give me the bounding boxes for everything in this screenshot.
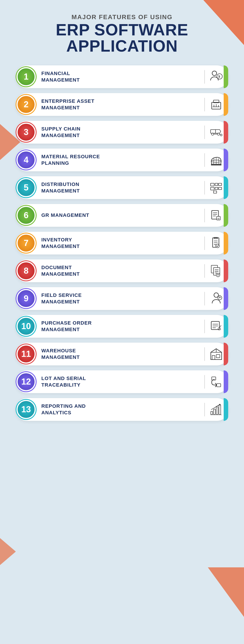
svg-rect-22 — [215, 183, 218, 186]
divider-7 — [204, 236, 205, 250]
icon-area-3 — [206, 124, 226, 141]
divider-4 — [204, 153, 205, 167]
list-item: 2 ENTERPRISE ASSETMANAGEMENT — [16, 93, 228, 116]
color-bar-8 — [224, 260, 228, 282]
icon-area-12 — [206, 373, 226, 390]
list-item: 3 SUPPLY CHAINMANAGEMENT — [16, 121, 228, 144]
svg-point-13 — [220, 134, 222, 136]
svg-rect-65 — [216, 407, 218, 414]
svg-rect-26 — [218, 187, 222, 190]
color-bar-2 — [224, 93, 228, 116]
item-label-5: DISTRIBUTIONMANAGEMENT — [37, 181, 203, 194]
item-label-1: FINANCIALMANAGEMENT — [37, 70, 203, 83]
list-item: 7 INVENTORYMANAGEMENT — [16, 232, 228, 254]
item-label-13: REPORTING ANDANALYTICS — [37, 403, 203, 416]
svg-point-40 — [216, 244, 219, 248]
svg-rect-58 — [212, 356, 215, 360]
list-item: 13 REPORTING ANDANALYTICS — [16, 398, 228, 421]
page-header: MAJOR FEATURES OF USING ERP SOFTWARE APP… — [16, 14, 228, 54]
icon-area-2 — [206, 96, 226, 113]
reporting-icon — [209, 403, 223, 416]
list-item: 6 GR MANAGEMENT — [16, 204, 228, 227]
icon-area-7 — [206, 235, 226, 252]
svg-point-47 — [214, 293, 218, 297]
svg-rect-61 — [217, 384, 221, 387]
number-circle-11: 11 — [17, 344, 36, 364]
list-item: 10 PURCHASE ORDERMANAGEMENT — [16, 315, 228, 338]
color-bar-3 — [224, 121, 228, 144]
header-subtitle: MAJOR FEATURES OF USING — [16, 14, 228, 21]
svg-line-17 — [213, 158, 214, 164]
svg-rect-27 — [213, 191, 217, 193]
color-bar-9 — [224, 287, 228, 310]
icon-area-6 — [206, 207, 226, 224]
main-container: MAJOR FEATURES OF USING ERP SOFTWARE APP… — [0, 0, 244, 439]
number-circle-9: 9 — [17, 289, 36, 308]
divider-6 — [204, 209, 205, 222]
item-label-6: GR MANAGEMENT — [37, 212, 203, 219]
number-circle-13: 13 — [17, 400, 36, 419]
enterprise-asset-icon — [209, 98, 223, 111]
icon-area-4 — [206, 152, 226, 168]
icon-area-9 — [206, 290, 226, 307]
item-label-7: INVENTORYMANAGEMENT — [37, 237, 203, 250]
item-label-11: WAREHOUSEMANAGEMENT — [37, 348, 203, 360]
icon-area-5 — [206, 179, 226, 196]
divider-11 — [204, 347, 205, 361]
field-service-icon — [209, 292, 223, 306]
number-circle-5: 5 — [17, 178, 36, 197]
svg-rect-24 — [211, 187, 214, 190]
list-item: 12 LOT AND SERIALTRACEABILITY — [16, 370, 228, 393]
number-circle-12: 12 — [17, 372, 36, 391]
bg-triangle-left2 — [0, 538, 16, 565]
item-label-9: FIELD SERVICEMANAGEMENT — [37, 292, 203, 305]
divider-8 — [204, 264, 205, 278]
svg-rect-64 — [213, 409, 215, 414]
document-icon — [209, 264, 223, 278]
supply-chain-icon — [209, 126, 223, 139]
svg-point-49 — [219, 297, 220, 298]
color-bar-10 — [224, 315, 228, 338]
list-item: 11 WAREHOUSEMANAGEMENT — [16, 343, 228, 366]
item-label-3: SUPPLY CHAINMANAGEMENT — [37, 126, 203, 139]
divider-12 — [204, 375, 205, 388]
color-bar-4 — [224, 148, 228, 171]
svg-rect-25 — [215, 187, 218, 190]
divider-10 — [204, 320, 205, 333]
number-circle-1: 1 — [17, 67, 36, 86]
warehouse-icon — [209, 347, 223, 361]
icon-area-1: $ — [206, 68, 226, 85]
svg-rect-68 — [210, 414, 222, 415]
item-label-4: MATERIAL RESOURCEPLANNING — [37, 154, 203, 166]
svg-point-0 — [212, 71, 217, 76]
number-circle-3: 3 — [17, 122, 36, 142]
number-circle-7: 7 — [17, 234, 36, 253]
divider-5 — [204, 181, 205, 194]
purchase-order-icon — [209, 320, 223, 333]
svg-rect-66 — [219, 405, 221, 414]
number-circle-10: 10 — [17, 317, 36, 336]
gr-management-icon — [209, 209, 223, 222]
icon-area-8 — [206, 262, 226, 279]
header-title: ERP SOFTWARE APPLICATION — [16, 22, 228, 54]
svg-rect-63 — [211, 412, 213, 414]
svg-marker-10 — [215, 130, 221, 133]
divider-2 — [204, 98, 205, 111]
financial-icon: $ — [209, 70, 223, 84]
number-circle-4: 4 — [17, 150, 36, 170]
list-item: 9 FIELD SERVICEMANAGEMENT — [16, 287, 228, 310]
number-circle-2: 2 — [17, 95, 36, 114]
svg-rect-59 — [216, 354, 220, 358]
lot-serial-icon — [209, 375, 223, 388]
item-label-12: LOT AND SERIALTRACEABILITY — [37, 375, 203, 388]
list-item: 4 MATERIAL RESOURCEPLANNING — [16, 148, 228, 171]
svg-rect-9 — [211, 130, 215, 133]
divider-3 — [204, 126, 205, 139]
divider-13 — [204, 403, 205, 416]
svg-line-19 — [218, 158, 219, 164]
svg-point-67 — [219, 404, 220, 405]
list-item: 8 DOCUMENTMANAGEMENT — [16, 260, 228, 282]
item-label-8: DOCUMENTMANAGEMENT — [37, 264, 203, 277]
features-list: 1 FINANCIALMANAGEMENT $ 2 ENTERPRISE ASS… — [16, 65, 228, 421]
number-circle-8: 8 — [17, 261, 36, 280]
